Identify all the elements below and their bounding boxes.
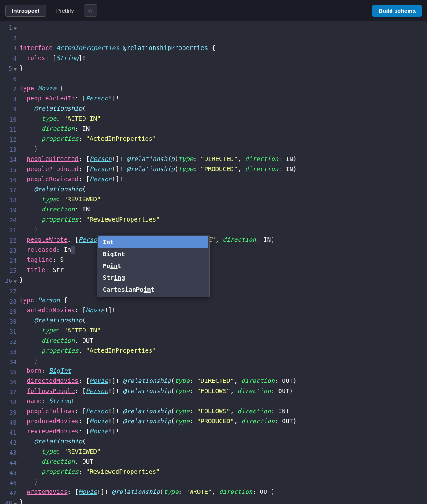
token-ref: Person: [90, 175, 112, 182]
token-punc: [19, 317, 34, 324]
code-line[interactable]: direction: OUT: [19, 336, 427, 346]
token-punc: (: [171, 407, 175, 415]
code-line[interactable]: type Person {: [19, 295, 427, 305]
code-line[interactable]: @relationship(: [19, 184, 427, 194]
code-line[interactable]: ): [19, 225, 427, 235]
token-punc: :: [252, 488, 260, 495]
code-line[interactable]: producedMovies: [Movie!]! @relationship(…: [19, 416, 427, 426]
token-punc: [19, 377, 27, 384]
code-line[interactable]: roles: [String]!: [19, 53, 427, 63]
code-line[interactable]: reviewedMovies: [Movie!]!: [19, 426, 427, 436]
code-line[interactable]: @relationship(: [19, 315, 427, 325]
code-line[interactable]: type: "ACTED_IN": [19, 325, 427, 336]
token-val: OUT: [282, 377, 293, 384]
autocomplete-popup[interactable]: IntBigIntPointStringCartesianPoint: [97, 235, 210, 297]
introspect-button[interactable]: Introspect: [5, 5, 46, 17]
code-line[interactable]: peopleFollows: [Person!]! @relationship(…: [19, 406, 427, 416]
token-punc: [19, 105, 34, 112]
code-line[interactable]: peopleProduced: [Person!]! @relationship…: [19, 164, 427, 174]
token-str: "REVIEWED": [64, 196, 100, 203]
code-line[interactable]: tagline: S: [19, 255, 427, 265]
build-schema-button[interactable]: Build schema: [372, 5, 422, 17]
code-line[interactable]: properties: "ReviewedProperties": [19, 214, 427, 225]
token-val: OUT: [260, 488, 271, 495]
token-punc: :: [75, 458, 82, 465]
token-punc: !]!: [112, 165, 127, 172]
token-type: Movie: [38, 85, 56, 92]
code-line[interactable]: [19, 73, 427, 83]
token-ref: Person: [86, 387, 108, 394]
code-line[interactable]: type: "REVIEWED": [19, 194, 427, 204]
code-line[interactable]: directedMovies: [Movie!]! @relationship(…: [19, 376, 427, 386]
fold-icon[interactable]: ▼: [12, 64, 17, 74]
token-val: IN: [286, 155, 293, 162]
code-line[interactable]: type: "ACTED_IN": [19, 114, 427, 124]
code-line[interactable]: }: [19, 275, 427, 285]
token-attr: type: [178, 155, 193, 162]
code-content[interactable]: interface ActedInProperties @relationshi…: [19, 21, 427, 504]
fold-icon[interactable]: ▼: [12, 499, 17, 504]
code-line[interactable]: peopleReviewed: [Person!]!: [19, 174, 427, 184]
code-line[interactable]: actedInMovies: [Movie!]!: [19, 305, 427, 315]
code-line[interactable]: type: "REVIEWED": [19, 447, 427, 457]
token-punc: [19, 337, 42, 344]
code-line[interactable]: @relationship(: [19, 104, 427, 114]
token-punc: !]!: [104, 307, 115, 314]
fold-icon[interactable]: ▼: [12, 23, 17, 33]
code-line[interactable]: ): [19, 356, 427, 366]
token-punc: (: [82, 438, 86, 445]
line-number: 19: [0, 205, 17, 215]
code-line[interactable]: peopleActedIn: [Person!]!: [19, 93, 427, 104]
code-line[interactable]: properties: "ActedInProperties": [19, 134, 427, 144]
token-punc: :: [75, 206, 82, 213]
code-line[interactable]: ): [19, 144, 427, 154]
code-line[interactable]: }: [19, 63, 427, 73]
token-attr: direction: [42, 458, 75, 465]
code-line[interactable]: interface ActedInProperties @relationshi…: [19, 43, 427, 53]
token-attr: direction: [241, 418, 275, 425]
code-line[interactable]: born: BigInt: [19, 366, 427, 376]
favorite-button[interactable]: ☆: [84, 4, 97, 17]
prettify-button[interactable]: Prettify: [50, 5, 80, 17]
code-editor[interactable]: 1 ▼2345 ▼6789101112131415161718192021222…: [0, 21, 427, 504]
code-line[interactable]: @relationship(: [19, 436, 427, 447]
code-line[interactable]: wroteMovies: [Movie!]! @relationship(typ…: [19, 487, 427, 497]
line-number: 36: [0, 377, 17, 387]
fold-icon[interactable]: ▼: [12, 276, 17, 286]
token-ref: Movie: [90, 428, 108, 435]
autocomplete-item[interactable]: CartesianPoint: [98, 284, 208, 296]
autocomplete-item[interactable]: Int: [98, 236, 208, 248]
token-fieldp: producedMovies: [27, 418, 79, 425]
line-number: 16: [0, 175, 17, 185]
token-attr: direction: [237, 407, 271, 415]
code-line[interactable]: }: [19, 497, 427, 504]
code-line[interactable]: direction: OUT: [19, 457, 427, 467]
code-line[interactable]: followsPeople: [Person!]! @relationship(…: [19, 386, 427, 396]
code-line[interactable]: type Movie {: [19, 83, 427, 93]
token-punc: :: [190, 387, 197, 394]
line-number: 18: [0, 195, 17, 205]
code-line[interactable]: direction: IN: [19, 204, 427, 214]
token-ref: Person: [86, 407, 108, 415]
code-line[interactable]: peopleDirected: [Person!]! @relationship…: [19, 154, 427, 164]
code-line[interactable]: properties: "ReviewedProperties": [19, 467, 427, 477]
token-ref: String: [56, 54, 79, 61]
line-number: 42: [0, 438, 17, 448]
code-line[interactable]: direction: IN: [19, 124, 427, 134]
autocomplete-item[interactable]: BigInt: [98, 248, 208, 260]
code-line[interactable]: peopleWrote: [Person!]! @relationship(ty…: [19, 235, 427, 245]
autocomplete-item[interactable]: Point: [98, 260, 208, 272]
line-number: 12: [0, 135, 17, 145]
code-line[interactable]: [19, 285, 427, 295]
autocomplete-item[interactable]: String: [98, 272, 208, 284]
code-line[interactable]: name: String!: [19, 396, 427, 406]
token-punc: [19, 175, 27, 182]
token-attr: direction: [219, 488, 252, 495]
token-attr: direction: [42, 206, 75, 213]
code-line[interactable]: properties: "ActedInProperties": [19, 346, 427, 356]
code-line[interactable]: title: Str: [19, 265, 427, 275]
code-line[interactable]: released: In: [19, 245, 427, 255]
token-str: "ReviewedProperties": [86, 468, 160, 475]
code-line[interactable]: ): [19, 477, 427, 487]
token-fieldp: reviewedMovies: [27, 428, 79, 435]
